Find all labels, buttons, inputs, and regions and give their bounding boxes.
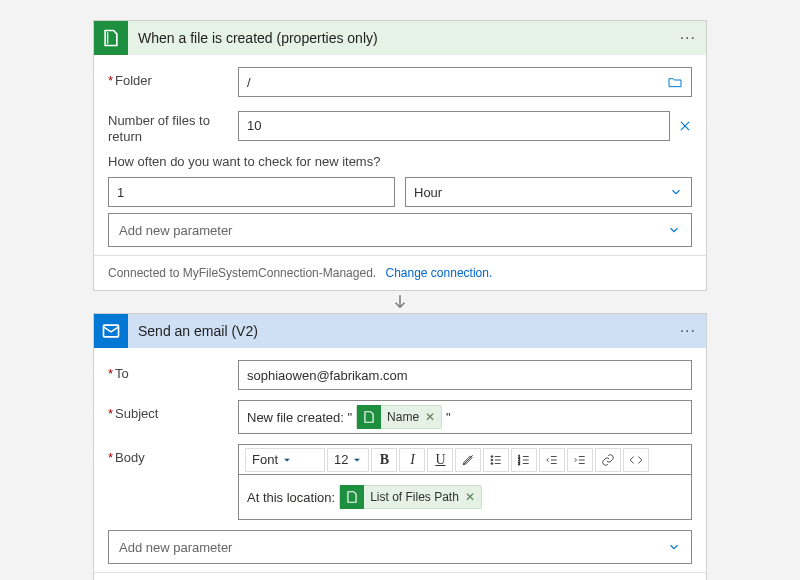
numfiles-input[interactable]: 10 xyxy=(238,111,670,141)
bold-button[interactable]: B xyxy=(371,448,397,472)
font-size-select[interactable]: 12 xyxy=(327,448,369,472)
bullet-list-button[interactable] xyxy=(483,448,509,472)
svg-point-1 xyxy=(492,455,494,457)
chevron-down-icon xyxy=(669,185,683,199)
trigger-menu-button[interactable]: ··· xyxy=(680,29,696,47)
filesystem-icon xyxy=(357,405,381,429)
trigger-footer: Connected to MyFileSystemConnection-Mana… xyxy=(94,255,706,290)
interval-input[interactable]: 1 xyxy=(108,177,395,207)
dynamic-token-filepath[interactable]: List of Files Path ✕ xyxy=(339,485,482,509)
chevron-down-icon xyxy=(667,540,681,554)
subject-label: *Subject xyxy=(108,400,238,422)
body-label: *Body xyxy=(108,444,238,466)
to-label: *To xyxy=(108,360,238,382)
folder-input[interactable]: / xyxy=(238,67,692,97)
body-input[interactable]: At this location: List of Files Path ✕ xyxy=(238,474,692,520)
italic-button[interactable]: I xyxy=(399,448,425,472)
filesystem-icon xyxy=(340,485,364,509)
action-card: Send an email (V2) ··· *To sophiaowen@fa… xyxy=(93,313,707,580)
trigger-title: When a file is created (properties only) xyxy=(138,30,680,46)
number-list-button[interactable]: 123 xyxy=(511,448,537,472)
link-button[interactable] xyxy=(595,448,621,472)
action-footer: Connected to sophiaowen@fabrikam.com. Ch… xyxy=(94,572,706,580)
action-header[interactable]: Send an email (V2) ··· xyxy=(94,314,706,348)
svg-text:3: 3 xyxy=(519,461,521,465)
outlook-icon xyxy=(94,314,128,348)
folder-label: *Folder xyxy=(108,67,238,89)
indent-button[interactable] xyxy=(567,448,593,472)
action-menu-button[interactable]: ··· xyxy=(680,322,696,340)
code-view-button[interactable] xyxy=(623,448,649,472)
trigger-card: When a file is created (properties only)… xyxy=(93,20,707,291)
numfiles-label: Number of files to return xyxy=(108,107,238,144)
dynamic-token-name[interactable]: Name ✕ xyxy=(356,405,442,429)
svg-point-3 xyxy=(492,462,494,464)
remove-token-button[interactable]: ✕ xyxy=(465,490,475,504)
chevron-down-icon xyxy=(667,223,681,237)
add-parameter-select[interactable]: Add new parameter xyxy=(108,530,692,564)
clear-numfiles-button[interactable] xyxy=(678,119,692,133)
action-title: Send an email (V2) xyxy=(138,323,680,339)
richtext-toolbar: Font 12 B I U 123 xyxy=(238,444,692,474)
remove-token-button[interactable]: ✕ xyxy=(425,410,435,424)
font-family-select[interactable]: Font xyxy=(245,448,325,472)
underline-button[interactable]: U xyxy=(427,448,453,472)
add-parameter-select[interactable]: Add new parameter xyxy=(108,213,692,247)
subject-input[interactable]: New file created: " Name ✕ " xyxy=(238,400,692,434)
font-color-button[interactable] xyxy=(455,448,481,472)
frequency-question: How often do you want to check for new i… xyxy=(108,154,692,169)
svg-point-2 xyxy=(492,459,494,461)
frequency-select[interactable]: Hour xyxy=(405,177,692,207)
folder-picker-icon[interactable] xyxy=(667,74,683,90)
trigger-header[interactable]: When a file is created (properties only)… xyxy=(94,21,706,55)
filesystem-icon xyxy=(94,21,128,55)
to-input[interactable]: sophiaowen@fabrikam.com xyxy=(238,360,692,390)
outdent-button[interactable] xyxy=(539,448,565,472)
flow-arrow-icon xyxy=(391,291,409,313)
change-connection-link[interactable]: Change connection. xyxy=(385,266,492,280)
